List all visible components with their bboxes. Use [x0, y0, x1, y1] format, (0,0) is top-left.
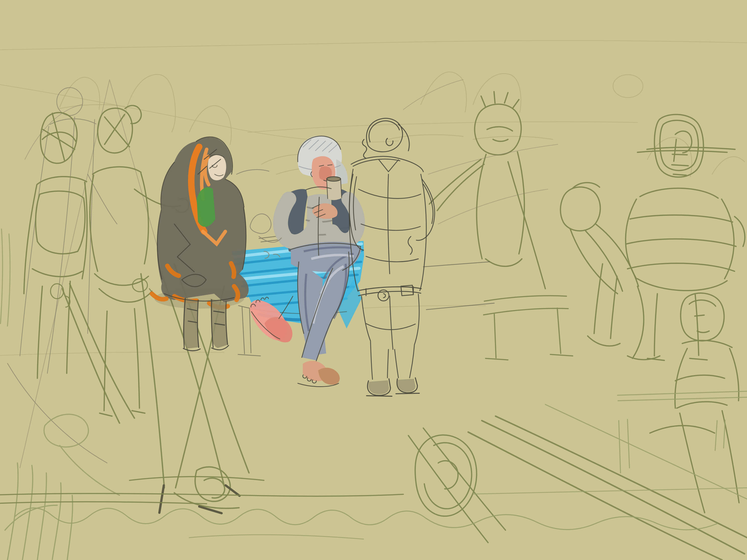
parka-right-leg: [210, 299, 228, 348]
green-scarf: [197, 187, 215, 227]
cup: [327, 179, 342, 200]
cup-rim: [327, 177, 341, 181]
sketch-canvas: [0, 0, 747, 560]
background: [0, 0, 747, 560]
artwork-svg: [0, 0, 747, 560]
